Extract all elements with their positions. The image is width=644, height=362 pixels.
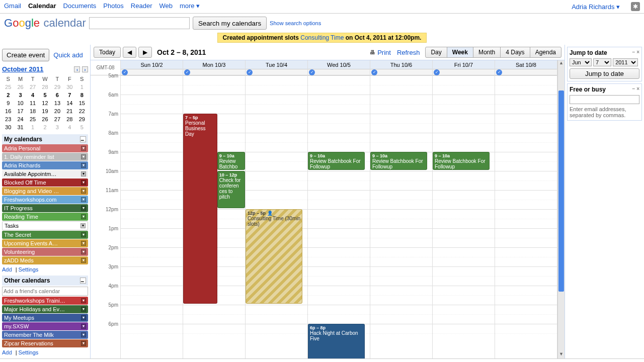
minimize-icon[interactable]: −	[632, 86, 635, 92]
calendar-item[interactable]: The Secret▾	[2, 231, 88, 239]
allday-row[interactable]: ✓	[246, 69, 307, 75]
day-column[interactable]: Mon 10/3✓7 – 5pPersonal Business Day9 – …	[183, 60, 246, 358]
calendar-item[interactable]: Remember The Milk▾	[2, 331, 88, 339]
minical-day[interactable]: 6	[51, 91, 63, 99]
minical-day[interactable]: 5	[76, 123, 88, 131]
calendar-event[interactable]: 12p – 5p 👤Consulting Time (30min slots)	[246, 209, 302, 304]
refresh-link[interactable]: Refresh	[397, 49, 420, 56]
calendar-menu-icon[interactable]: ▾	[81, 332, 86, 337]
topnav-link-gmail[interactable]: Gmail	[4, 2, 21, 10]
minical-prev-icon[interactable]: ‹	[74, 66, 80, 72]
calendar-menu-icon[interactable]: ▾	[81, 189, 86, 194]
minical-day[interactable]: 16	[2, 107, 14, 115]
minical-day[interactable]: 20	[51, 107, 63, 115]
calendar-menu-icon[interactable]: ▾	[81, 197, 86, 202]
view-month[interactable]: Month	[473, 47, 501, 58]
vertical-scrollbar[interactable]: ▲ ▼	[557, 60, 565, 358]
scroll-up-icon[interactable]: ▲	[558, 60, 565, 67]
add-other-calendar-link[interactable]: Add	[2, 349, 12, 355]
search-button[interactable]: Search my calendars	[193, 17, 267, 30]
minical-day[interactable]: 29	[76, 115, 88, 123]
view-week[interactable]: Week	[447, 47, 473, 58]
day-column[interactable]: Sat 10/8✓	[495, 60, 557, 358]
minical-day[interactable]: 10	[14, 99, 26, 107]
minical-day[interactable]: 11	[27, 99, 39, 107]
day-column[interactable]: Tue 10/4✓12p – 5p 👤Consulting Time (30mi…	[246, 60, 308, 358]
print-link[interactable]: Print	[377, 49, 391, 56]
calendar-menu-icon[interactable]: ▾	[81, 298, 86, 303]
quick-add-link[interactable]: Quick add	[53, 51, 83, 59]
close-icon[interactable]: ×	[636, 86, 639, 92]
calendar-event[interactable]: 7 – 5pPersonal Business Day	[183, 114, 217, 304]
calendar-item[interactable]: Available Appointm…▾	[2, 170, 88, 178]
calendar-item[interactable]: Freshworkshops Traini…▾	[2, 297, 88, 305]
minical-day[interactable]: 22	[76, 107, 88, 115]
user-menu[interactable]: Adria Richards ▾	[572, 3, 620, 11]
calendar-item[interactable]: Tasks▾	[2, 221, 88, 230]
search-input[interactable]	[89, 17, 190, 29]
topnav-link-photos[interactable]: Photos	[103, 2, 123, 10]
minical-day[interactable]: 12	[39, 99, 51, 107]
calendar-item[interactable]: my.SXSW▾	[2, 322, 88, 330]
calendar-menu-icon[interactable]: ▾	[81, 171, 86, 176]
minical-day[interactable]: 1	[76, 83, 88, 91]
calendar-item[interactable]: 1. Daily reminder list▾	[2, 153, 88, 161]
allday-row[interactable]: ✓	[495, 69, 557, 75]
minical-month[interactable]: October 2011	[2, 65, 43, 73]
minus-icon[interactable]: −	[80, 278, 86, 284]
calendar-menu-icon[interactable]: ▾	[81, 315, 86, 320]
minical-day[interactable]: 27	[51, 115, 63, 123]
minical-day[interactable]: 24	[14, 115, 26, 123]
day-column[interactable]: Wed 10/5✓9 – 10aReview Batchbook For Fol…	[308, 60, 370, 358]
calendar-menu-icon[interactable]: ▾	[81, 307, 86, 312]
minical-day[interactable]: 30	[63, 83, 75, 91]
calendar-item[interactable]: My Meetups▾	[2, 314, 88, 322]
calendar-item[interactable]: Volunteering▾	[2, 248, 88, 256]
calendar-menu-icon[interactable]: ▾	[81, 341, 86, 346]
close-icon[interactable]: ×	[636, 49, 639, 55]
minical-day[interactable]: 21	[63, 107, 75, 115]
minus-icon[interactable]: −	[80, 136, 86, 142]
minimize-icon[interactable]: −	[632, 49, 635, 55]
prev-week-button[interactable]: ◀	[123, 47, 136, 58]
minical-day[interactable]: 5	[39, 91, 51, 99]
minical-day[interactable]: 4	[63, 123, 75, 131]
calendar-menu-icon[interactable]: ▾	[81, 163, 86, 168]
calendar-menu-icon[interactable]: ▾	[81, 232, 86, 237]
calendar-event[interactable]: 9 – 10aReview Batchbook For Followup	[370, 152, 427, 170]
free-busy-input[interactable]	[570, 95, 639, 104]
calendar-event[interactable]: 9 – 10aReview Batchbook For Followup	[433, 152, 490, 170]
allday-row[interactable]: ✓	[121, 69, 183, 75]
add-friend-calendar-input[interactable]	[2, 287, 88, 296]
minical-day[interactable]: 29	[51, 83, 63, 91]
minical-day[interactable]: 9	[2, 99, 14, 107]
calendar-event[interactable]: 9 – 10aReview Batchbook For Followup	[308, 152, 365, 170]
minical-day[interactable]: 25	[2, 83, 14, 91]
calendar-menu-icon[interactable]: ▾	[81, 154, 86, 159]
next-week-button[interactable]: ▶	[138, 47, 152, 58]
jump-to-date-button[interactable]: Jump to date	[570, 68, 639, 79]
calendar-menu-icon[interactable]: ▾	[81, 324, 86, 329]
other-calendar-settings-link[interactable]: Settings	[19, 349, 39, 355]
today-button[interactable]: Today	[94, 47, 121, 58]
minical-day[interactable]: 2	[2, 91, 14, 99]
scroll-down-icon[interactable]: ▼	[558, 351, 565, 358]
calendar-event[interactable]: 9 – 10aReview Batchbo	[217, 152, 245, 170]
calendar-menu-icon[interactable]: ▾	[81, 258, 86, 263]
topnav-link-reader[interactable]: Reader	[131, 2, 152, 10]
view-4days[interactable]: 4 Days	[500, 47, 530, 58]
calendar-item[interactable]: Upcoming Events A…▾	[2, 239, 88, 247]
allday-row[interactable]: ✓	[183, 69, 245, 75]
calendar-item[interactable]: Reading Time▾	[2, 213, 88, 221]
minical-day[interactable]: 17	[14, 107, 26, 115]
minical-day[interactable]: 18	[27, 107, 39, 115]
minical-day[interactable]: 2	[39, 123, 51, 131]
calendar-item[interactable]: Freshworkshops.com▾	[2, 196, 88, 204]
minical-day[interactable]: 13	[51, 99, 63, 107]
day-column[interactable]: Fri 10/7✓9 – 10aReview Batchbook For Fol…	[433, 60, 495, 358]
minical-day[interactable]: 7	[63, 91, 75, 99]
topnav-link-more[interactable]: more ▾	[180, 2, 200, 10]
calendar-event[interactable]: 6p – 8pHack Night at Carbon Five	[308, 324, 365, 358]
scrollbar-thumb[interactable]	[558, 90, 564, 292]
minical-day[interactable]: 3	[14, 91, 26, 99]
